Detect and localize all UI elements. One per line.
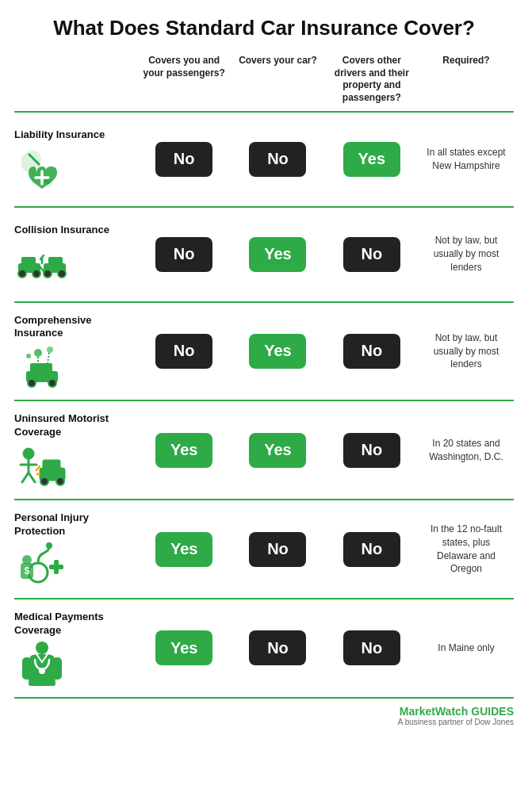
required-text: Not by law, but usually by most lenders xyxy=(419,331,514,371)
row-label: Liability Insurance xyxy=(14,128,137,190)
row-label-text: Collision Insurance xyxy=(14,224,109,237)
required-text: In 20 states and Washington, D.C. xyxy=(419,437,514,464)
badge-col4: No xyxy=(325,334,419,369)
main-container: What Does Standard Car Insurance Cover? … xyxy=(0,0,528,737)
collision-icon xyxy=(14,242,70,285)
table-row: Personal Injury Protection $ xyxy=(14,500,514,599)
svg-point-23 xyxy=(23,448,34,459)
required-text: In all states except New Hampshire xyxy=(419,146,514,173)
svg-rect-8 xyxy=(48,257,63,265)
header-col3: Covers your car? xyxy=(231,55,324,104)
badge-col4: No xyxy=(325,630,419,665)
personal-icon: $ xyxy=(14,543,70,587)
svg-point-17 xyxy=(48,379,56,387)
badge-col2: No xyxy=(137,142,231,177)
svg-point-19 xyxy=(47,347,53,353)
badge-col2: No xyxy=(137,237,231,272)
row-label-text: Comprehensive Insurance xyxy=(14,314,131,341)
header-col5: Required? xyxy=(419,55,514,104)
footer-brand: MarketWatch GUIDES xyxy=(400,705,514,718)
svg-line-13 xyxy=(40,267,44,271)
svg-line-26 xyxy=(22,473,29,482)
svg-point-9 xyxy=(44,270,52,278)
liability-icon xyxy=(14,147,70,190)
svg-point-5 xyxy=(18,270,26,278)
svg-point-31 xyxy=(56,477,64,485)
badge-col3: Yes xyxy=(231,237,324,272)
table-row: Liability Insurance No No Yes In all sta… xyxy=(14,113,514,208)
row-label-text: Uninsured Motorist Coverage xyxy=(14,412,131,439)
svg-point-10 xyxy=(58,270,66,278)
table-row: Uninsured Motorist Coverage xyxy=(14,401,514,500)
badge-col3: Yes xyxy=(231,433,324,468)
badge-col2: No xyxy=(137,334,231,369)
header-col4: Covers other drivers and their property … xyxy=(325,55,419,104)
row-label: Uninsured Motorist Coverage xyxy=(14,412,137,488)
table-body: Liability Insurance No No Yes In all sta… xyxy=(14,113,514,699)
row-label: Medical Payments Coverage xyxy=(14,611,137,686)
footer-logo: MarketWatch GUIDES A business partner of… xyxy=(398,705,514,726)
svg-point-41 xyxy=(36,642,48,654)
badge-col2: Yes xyxy=(137,532,231,567)
page-title: What Does Standard Car Insurance Cover? xyxy=(14,16,514,40)
badge-col4: Yes xyxy=(325,142,419,177)
svg-line-22 xyxy=(48,353,49,363)
row-label: Comprehensive Insurance xyxy=(14,314,137,389)
svg-point-6 xyxy=(33,270,40,278)
table-row: Medical Payments Coverage xyxy=(14,599,514,699)
badge-col2: Yes xyxy=(137,630,231,665)
row-label-text: Medical Payments Coverage xyxy=(14,611,131,638)
medical-icon xyxy=(14,642,70,686)
svg-point-37 xyxy=(22,555,32,565)
footer-sub: A business partner of Dow Jones xyxy=(398,718,514,726)
svg-line-32 xyxy=(36,466,40,470)
svg-point-20 xyxy=(26,354,31,358)
badge-col4: No xyxy=(325,532,419,567)
header-col1 xyxy=(14,55,137,104)
svg-point-44 xyxy=(39,668,45,674)
svg-point-30 xyxy=(40,477,48,485)
svg-text:$: $ xyxy=(25,565,30,576)
table-row: Comprehensive Insurance xyxy=(14,303,514,402)
required-text: In Maine only xyxy=(419,642,514,655)
table-header: Covers you and your passengers? Covers y… xyxy=(14,55,514,112)
svg-rect-15 xyxy=(30,363,52,373)
badge-col3: No xyxy=(231,142,324,177)
badge-col3: No xyxy=(231,532,324,567)
badge-col2: Yes xyxy=(137,433,231,468)
svg-rect-29 xyxy=(43,460,60,469)
row-label-text: Personal Injury Protection xyxy=(14,511,131,538)
row-label: Collision Insurance xyxy=(14,224,137,285)
brand-suffix: GUIDES xyxy=(471,705,514,718)
brand-name: MarketWatch xyxy=(400,705,472,718)
svg-rect-43 xyxy=(52,657,62,680)
svg-point-16 xyxy=(28,379,36,387)
required-text: Not by law, but usually by most lenders xyxy=(419,234,514,274)
svg-rect-42 xyxy=(22,657,32,680)
uninsured-icon xyxy=(14,444,70,488)
table-row: Collision Insurance xyxy=(14,208,514,303)
header-col2: Covers you and your passengers? xyxy=(137,55,231,104)
badge-col3: Yes xyxy=(231,334,324,369)
comprehensive-icon xyxy=(14,345,70,389)
badge-col4: No xyxy=(325,433,419,468)
badge-col4: No xyxy=(325,237,419,272)
required-text: In the 12 no-fault states, plus Delaware… xyxy=(419,523,514,576)
svg-point-18 xyxy=(34,349,42,357)
svg-point-35 xyxy=(46,542,52,549)
badge-col3: No xyxy=(231,630,324,665)
svg-rect-4 xyxy=(21,257,36,265)
footer: MarketWatch GUIDES A business partner of… xyxy=(14,699,514,730)
row-label: Personal Injury Protection $ xyxy=(14,511,137,587)
svg-line-27 xyxy=(29,473,35,482)
row-label-text: Liability Insurance xyxy=(14,128,105,142)
svg-rect-40 xyxy=(54,560,59,574)
